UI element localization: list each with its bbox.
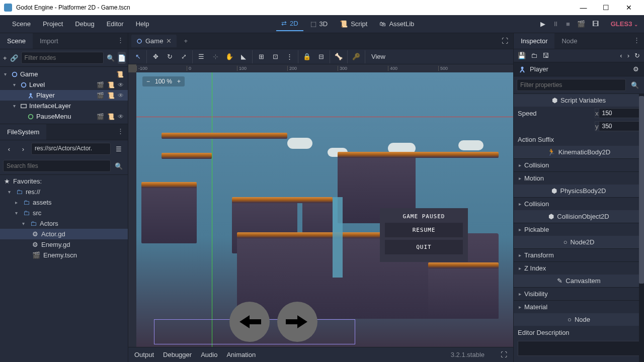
fold-pickable[interactable]: ▸Pickable — [514, 223, 644, 236]
panel-menu-icon[interactable]: ⋮ — [629, 33, 644, 49]
history-forward-icon[interactable]: › — [627, 52, 629, 59]
fs-root[interactable]: ▾🗀res:// — [0, 187, 128, 197]
distraction-free-icon[interactable]: ⛶ — [500, 35, 510, 47]
2d-viewport[interactable]: -1000100200300400500 − 100 % + — [128, 64, 513, 347]
menu-debug[interactable]: Debug — [69, 17, 100, 31]
mode-script-button[interactable]: 📜 Script — [335, 17, 372, 31]
instance-scene-button[interactable]: 🔗 — [10, 52, 18, 64]
fold-zindex[interactable]: ▸Z Index — [514, 261, 644, 275]
fold-collision[interactable]: ▸Collision — [514, 158, 644, 171]
section-script-variables[interactable]: ⬢Script Variables — [514, 94, 644, 107]
fs-file-enemy-gd[interactable]: ⚙Enemy.gd — [0, 239, 128, 250]
mode-assetlib-button[interactable]: 🛍 AssetLib — [374, 17, 419, 31]
mode-2d-button[interactable]: ⇄ 2D — [276, 17, 303, 31]
play-button[interactable]: ▶ — [540, 20, 545, 28]
fs-folder-assets[interactable]: ▸🗀assets — [0, 197, 128, 208]
visibility-icon[interactable]: 👁 — [118, 81, 124, 88]
quit-button[interactable]: QUIT — [385, 240, 463, 254]
lock-icon[interactable]: 🔒 — [300, 50, 313, 63]
tab-filesystem[interactable]: FileSystem — [0, 124, 46, 140]
minimize-button[interactable]: — — [572, 0, 595, 15]
ruler-tool[interactable]: ◣ — [237, 50, 250, 63]
renderer-badge[interactable]: GLES3 ⌄ — [611, 20, 638, 28]
zoom-in-button[interactable]: + — [177, 78, 181, 85]
close-tab-icon[interactable]: ✕ — [166, 37, 172, 45]
snap-toggle[interactable]: ⊞ — [255, 50, 268, 63]
canvas[interactable]: − 100 % + — [136, 72, 513, 347]
script-indicator-icon[interactable]: 📜 — [116, 71, 124, 78]
menu-help[interactable]: Help — [130, 17, 155, 31]
section-physicsbody2d[interactable]: ⬢PhysicsBody2D — [514, 185, 644, 197]
tree-node-pausemenu[interactable]: PauseMenu 🎬📜👁 — [0, 111, 128, 122]
tree-node-game[interactable]: ▾ Game 📜 — [0, 69, 128, 79]
search-icon[interactable]: 🔍 — [629, 79, 641, 91]
stop-button[interactable]: ■ — [566, 20, 570, 28]
zoom-out-button[interactable]: − — [146, 78, 150, 85]
save-resource-icon[interactable]: 💾 — [518, 52, 526, 59]
history-back-icon[interactable]: ‹ — [620, 52, 622, 59]
tab-scene[interactable]: Scene — [0, 33, 33, 49]
tab-import[interactable]: Import — [33, 33, 65, 49]
menu-editor[interactable]: Editor — [101, 17, 130, 31]
section-canvasitem[interactable]: ✎CanvasItem — [514, 275, 644, 287]
select-tool[interactable]: ↖ — [131, 50, 144, 63]
search-icon[interactable]: 🔍 — [107, 52, 115, 64]
pause-button[interactable]: ⏸ — [552, 20, 559, 28]
tab-node[interactable]: Node — [554, 33, 584, 49]
fs-path-field[interactable]: res://src/Actors/Actor. — [31, 143, 111, 155]
inspector-object-header[interactable]: Player ⚙ — [514, 62, 644, 76]
list-select-tool[interactable]: ☰ — [195, 50, 208, 63]
fs-folder-src[interactable]: ▾🗀src — [0, 208, 128, 218]
script-indicator-icon[interactable]: 📜 — [107, 81, 115, 88]
fs-file-actor-gd[interactable]: ⚙Actor.gd — [0, 229, 128, 239]
tree-node-level[interactable]: ▾ Level 🎬📜👁 — [0, 79, 128, 90]
open-resource-icon[interactable]: 🗀 — [531, 52, 537, 59]
section-collisionobject2d[interactable]: ⬢CollisionObject2D — [514, 210, 644, 223]
fs-favorites[interactable]: ★Favorites: — [0, 176, 128, 187]
resume-button[interactable]: RESUME — [385, 223, 463, 237]
panel-menu-icon[interactable]: ⋮ — [113, 124, 128, 140]
script-indicator-icon[interactable]: 📜 — [107, 92, 115, 99]
speed-y-input[interactable] — [599, 121, 645, 131]
copy-resource-icon[interactable]: 🖫 — [542, 52, 549, 59]
search-icon[interactable]: 🔍 — [113, 160, 125, 172]
menu-scene[interactable]: Scene — [6, 17, 37, 31]
fs-split-button[interactable]: ☰ — [113, 143, 125, 155]
audio-tab[interactable]: Audio — [201, 351, 217, 358]
visibility-icon[interactable]: 👁 — [118, 113, 124, 120]
fs-back-button[interactable]: ‹ — [3, 143, 15, 155]
snap-options-icon[interactable]: ⋮ — [283, 50, 296, 63]
menu-project[interactable]: Project — [37, 17, 69, 31]
fs-file-enemy-tscn[interactable]: 🎬Enemy.tscn — [0, 250, 128, 260]
open-scene-icon[interactable]: 🎬 — [97, 81, 104, 88]
section-node[interactable]: ○Node — [514, 313, 644, 326]
scale-tool[interactable]: ⤢ — [177, 50, 190, 63]
open-scene-icon[interactable]: 🎬 — [97, 113, 104, 120]
visibility-icon[interactable]: 👁 — [118, 92, 124, 99]
script-indicator-icon[interactable]: 📜 — [107, 113, 115, 120]
open-scene-icon[interactable]: 🎬 — [97, 92, 104, 99]
pan-tool[interactable]: ✋ — [223, 50, 236, 63]
smart-snap-toggle[interactable]: ⊡ — [269, 50, 282, 63]
play-custom-button[interactable]: 🎞 — [592, 20, 599, 28]
rotate-tool[interactable]: ↻ — [163, 50, 176, 63]
fold-transform[interactable]: ▸Transform — [514, 248, 644, 261]
object-menu-icon[interactable]: ⚙ — [633, 65, 639, 73]
move-tool[interactable]: ✥ — [149, 50, 162, 63]
maximize-button[interactable]: ☐ — [595, 0, 617, 15]
attach-script-button[interactable]: 📄 — [118, 52, 126, 64]
close-button[interactable]: ✕ — [617, 0, 640, 15]
tree-node-player[interactable]: Player 🎬📜👁 — [0, 90, 128, 101]
section-node2d[interactable]: ○Node2D — [514, 236, 644, 248]
group-icon[interactable]: ⊟ — [314, 50, 328, 63]
output-tab[interactable]: Output — [134, 351, 154, 358]
speed-x-input[interactable] — [599, 108, 645, 118]
fold-visibility[interactable]: ▸Visibility — [514, 287, 644, 300]
view-menu[interactable]: View — [367, 50, 389, 63]
history-menu-icon[interactable]: ↻ — [634, 52, 640, 59]
tab-inspector[interactable]: Inspector — [514, 33, 554, 49]
fs-forward-button[interactable]: › — [17, 143, 29, 155]
panel-menu-icon[interactable]: ⋮ — [113, 33, 128, 49]
inspector-filter-input[interactable] — [517, 79, 626, 91]
inspector-scrollbar[interactable] — [639, 94, 644, 362]
